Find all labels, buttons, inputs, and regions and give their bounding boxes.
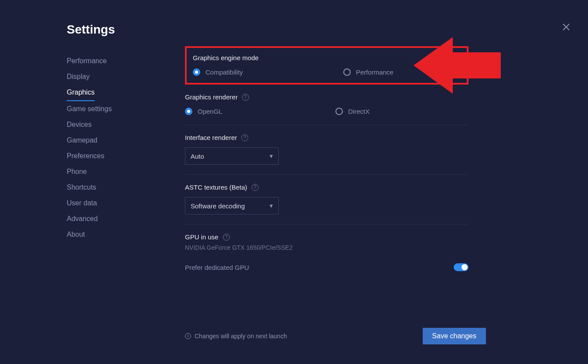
page-title: Settings — [67, 23, 115, 37]
engine-mode-radio-compatibility[interactable]: Compatibility — [193, 68, 343, 76]
interface-renderer-select[interactable]: Auto ▾ — [185, 147, 279, 165]
settings-sidebar: Performance Display Graphics Game settin… — [67, 53, 154, 242]
sidebar-item-performance[interactable]: Performance — [67, 53, 107, 69]
info-icon: i — [185, 333, 191, 339]
chevron-down-icon: ▾ — [270, 202, 273, 210]
radio-unchecked-icon — [343, 68, 351, 76]
sidebar-item-advanced[interactable]: Advanced — [67, 211, 98, 227]
help-icon[interactable]: ? — [223, 234, 230, 241]
sidebar-item-phone[interactable]: Phone — [67, 164, 87, 180]
engine-mode-radio-performance[interactable]: Performance — [343, 68, 393, 76]
radio-label: Performance — [356, 68, 393, 76]
footer-note-text: Changes will apply on next launch — [195, 333, 287, 340]
sidebar-item-shortcuts[interactable]: Shortcuts — [67, 180, 96, 195]
sidebar-item-preferences[interactable]: Preferences — [67, 148, 104, 164]
chevron-down-icon: ▾ — [270, 152, 273, 160]
prefer-dedicated-gpu-label: Prefer dedicated GPU — [185, 264, 249, 271]
radio-checked-icon — [193, 68, 200, 76]
engine-mode-label: Graphics engine mode — [193, 54, 461, 61]
engine-mode-highlight: Graphics engine mode Compatibility Perfo… — [185, 46, 468, 85]
radio-unchecked-icon — [335, 108, 343, 115]
graphics-settings-panel: Graphics engine mode Compatibility Perfo… — [185, 46, 468, 289]
radio-checked-icon — [185, 108, 192, 115]
graphics-renderer-label: Graphics renderer — [185, 93, 238, 101]
radio-label: OpenGL — [198, 108, 222, 115]
gpu-in-use-label: GPU in use — [185, 233, 219, 241]
gpu-info-text: NVIDIA GeForce GTX 1650/PCIe/SSE2 — [185, 244, 468, 251]
sidebar-item-user-data[interactable]: User data — [67, 195, 97, 211]
save-changes-button[interactable]: Save changes — [423, 328, 486, 344]
help-icon[interactable]: ? — [242, 94, 249, 101]
sidebar-item-game-settings[interactable]: Game settings — [67, 101, 112, 117]
astc-textures-select[interactable]: Software decoding ▾ — [185, 197, 279, 214]
renderer-radio-opengl[interactable]: OpenGL — [185, 108, 335, 115]
renderer-radio-directx[interactable]: DirectX — [335, 108, 369, 115]
sidebar-item-display[interactable]: Display — [67, 69, 89, 85]
select-value: Auto — [191, 153, 204, 160]
sidebar-item-graphics[interactable]: Graphics — [67, 85, 95, 101]
help-icon[interactable]: ? — [252, 184, 259, 191]
help-icon[interactable]: ? — [241, 134, 248, 141]
prefer-dedicated-gpu-toggle[interactable] — [454, 263, 468, 271]
close-icon — [562, 23, 570, 31]
sidebar-item-devices[interactable]: Devices — [67, 117, 92, 133]
radio-label: DirectX — [348, 108, 369, 115]
sidebar-item-gamepad[interactable]: Gamepad — [67, 133, 97, 148]
select-value: Software decoding — [191, 202, 245, 210]
radio-label: Compatibility — [205, 68, 243, 76]
close-button[interactable] — [561, 22, 571, 32]
footer-note: i Changes will apply on next launch — [185, 333, 287, 340]
astc-textures-label: ASTC textures (Beta) — [185, 184, 247, 191]
sidebar-item-about[interactable]: About — [67, 227, 85, 242]
interface-renderer-label: Interface renderer — [185, 134, 237, 141]
